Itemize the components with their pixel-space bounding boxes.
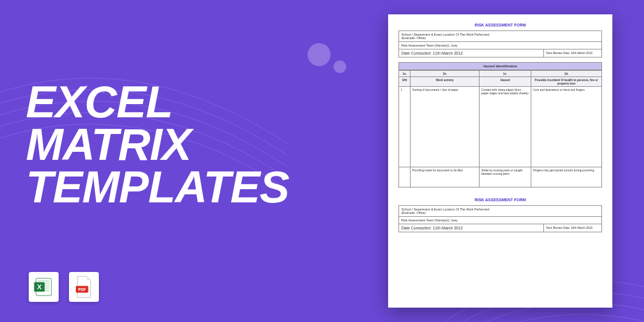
hazard-table: 1a. 1b. 1c. 1d. S/N Work activity Hazard… bbox=[398, 70, 602, 187]
col-1b: 1b. bbox=[411, 71, 480, 77]
row2-wa: Punching holes for document to be filed bbox=[411, 167, 480, 187]
file-type-icons: X PDF bbox=[29, 272, 99, 302]
row1-wa: Sorting of documents / Use of paper bbox=[411, 87, 480, 167]
document-preview: RISK ASSESSMENT FORM School / Department… bbox=[388, 14, 612, 308]
location-example-2: (Example: Office) bbox=[401, 211, 599, 214]
heading-line-1: EXCEL bbox=[26, 80, 289, 123]
col-1d: 1d. bbox=[531, 71, 602, 77]
col-pa: Possible Accident/ ill health to persons… bbox=[531, 77, 602, 87]
doc-title: RISK ASSESSMENT FORM bbox=[398, 23, 602, 27]
decorative-circle-large bbox=[308, 43, 331, 66]
team-label-2: Risk Assessment Team (Name(s)): Joey bbox=[399, 217, 601, 224]
row1-hz: Contact with sharp edges (from paper edg… bbox=[480, 87, 531, 167]
pdf-icon: PDF bbox=[69, 272, 99, 302]
col-wa: Work activity bbox=[411, 77, 480, 87]
heading-line-3: TEMPLATES bbox=[26, 166, 289, 208]
row1-pa: Cuts and lacerations to hand and fingers bbox=[531, 87, 602, 167]
date-conducted: Date Conducted: 11th March 2012 bbox=[399, 49, 544, 57]
location-example: (Example: Office) bbox=[401, 36, 599, 40]
next-review: Next Review Date: 10th March 2013 bbox=[544, 49, 601, 57]
col-sn: S/N bbox=[399, 77, 411, 87]
decorative-circle-small bbox=[334, 60, 346, 73]
col-1c: 1c. bbox=[480, 71, 531, 77]
doc-title-2: RISK ASSESSMENT FORM bbox=[398, 198, 602, 202]
heading-line-2: MATRIX bbox=[26, 123, 289, 166]
next-review-2: Next Review Date: 10th March 2013 bbox=[544, 224, 601, 232]
hazard-header: Hazard Identification bbox=[398, 62, 602, 70]
svg-rect-6 bbox=[38, 280, 49, 282]
main-heading: EXCEL MATRIX TEMPLATES bbox=[26, 80, 289, 208]
col-1a: 1a. bbox=[399, 71, 411, 77]
svg-text:PDF: PDF bbox=[78, 288, 86, 292]
row2-sn bbox=[399, 167, 411, 187]
date-conducted-2: Date Conducted: 11th March 2012 bbox=[399, 224, 544, 232]
col-hz: Hazard bbox=[480, 77, 531, 87]
team-label: Risk Assessment Team (Name(s)): Joey bbox=[399, 42, 601, 49]
row2-pa: Fingers may get injured (crush) during p… bbox=[531, 167, 602, 187]
row2-hz: Strike by moving parts or caught between… bbox=[480, 167, 531, 187]
svg-text:X: X bbox=[37, 283, 42, 290]
excel-icon: X bbox=[29, 272, 59, 302]
row1-sn: 1 bbox=[399, 87, 411, 167]
